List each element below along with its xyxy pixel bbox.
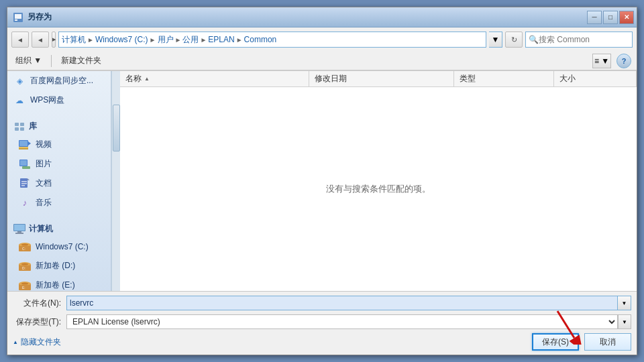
filename-row: 文件名(N): ▼ (13, 296, 631, 310)
minimize-button[interactable]: ─ (587, 11, 602, 24)
separator (51, 55, 52, 67)
drive-e-icon: E: (18, 280, 32, 291)
sidebar-docs-label: 文档 (36, 178, 52, 189)
sidebar-music-label: 音乐 (36, 197, 52, 208)
sidebar-item-baidu[interactable]: ◈ 百度网盘同步空... (7, 71, 111, 90)
address-dropdown[interactable]: ▼ (489, 32, 502, 48)
video-icon (18, 139, 32, 150)
empty-message: 没有与搜索条件匹配的项。 (326, 183, 431, 195)
sidebar-item-images[interactable]: 图片 (7, 154, 111, 174)
sidebar-item-video[interactable]: 视频 (7, 135, 111, 154)
dialog-icon (13, 12, 23, 23)
filetype-dropdown[interactable]: ▼ (618, 314, 631, 329)
col-size-label: 大小 (559, 73, 576, 84)
filename-dropdown[interactable]: ▼ (618, 296, 631, 310)
search-bar: 🔍 (525, 32, 633, 48)
content-area: ◈ 百度网盘同步空... ☁ WPS网盘 库 (7, 71, 637, 291)
folder-up-icon[interactable]: ▶ (52, 32, 56, 48)
breadcrumb-users[interactable]: 用户 (158, 34, 174, 46)
sidebar-scrollbar[interactable] (111, 71, 120, 291)
new-folder-button[interactable]: 新建文件夹 (58, 54, 104, 68)
organize-button[interactable]: 组织 ▼ (13, 54, 44, 68)
svg-rect-21 (14, 225, 25, 231)
drive-c-icon: C: (18, 241, 32, 252)
filename-input[interactable] (66, 296, 618, 310)
close-button[interactable]: ✕ (619, 11, 634, 24)
sidebar-drive-e-label: 新加卷 (E:) (36, 280, 75, 291)
back-button[interactable]: ◄ (11, 32, 29, 48)
cancel-button[interactable]: 取消 (584, 333, 631, 351)
toolbar-area: ◄ ◄ ▶ 计算机 ► Windows7 (C:) ► 用户 ► 公用 ► EP… (7, 27, 637, 71)
computer-section-label: 计算机 (29, 223, 53, 235)
breadcrumb-common[interactable]: Common (244, 35, 277, 44)
sidebar-images-label: 图片 (36, 158, 52, 170)
svg-rect-22 (17, 231, 21, 233)
col-date-label: 修改日期 (315, 73, 347, 84)
filetype-select[interactable]: EPLAN License (lservrc) (66, 314, 618, 329)
refresh-button[interactable]: ↻ (505, 32, 523, 48)
svg-text:E:: E: (22, 286, 25, 290)
sidebar: ◈ 百度网盘同步空... ☁ WPS网盘 库 (7, 71, 111, 291)
svg-rect-13 (20, 160, 27, 166)
filetype-row: 保存类型(T): EPLAN License (lservrc) ▼ (13, 314, 631, 329)
computer-icon (13, 224, 26, 235)
images-icon (18, 159, 32, 170)
baidu-icon: ◈ (13, 76, 26, 86)
svg-rect-18 (21, 183, 27, 184)
save-label: 保存(S) (542, 337, 569, 348)
svg-rect-14 (22, 166, 30, 169)
col-header-date[interactable]: 修改日期 (309, 71, 454, 86)
library-label: 库 (29, 121, 37, 132)
search-icon: 🔍 (529, 34, 539, 45)
sidebar-drive-d-label: 新加卷 (D:) (36, 260, 75, 272)
sidebar-item-windows7[interactable]: C: Windows7 (C:) (7, 237, 111, 256)
sidebar-item-drive-d[interactable]: D: 新加卷 (D:) (7, 256, 111, 276)
action-buttons: 保存(S) (532, 333, 631, 351)
svg-point-31 (21, 263, 28, 265)
triangle-icon: ▲ (13, 339, 18, 345)
search-input[interactable] (539, 35, 639, 44)
breadcrumb-windows7[interactable]: Windows7 (C:) (95, 35, 148, 44)
col-header-name[interactable]: 名称 ▲ (120, 71, 309, 86)
title-buttons: ─ □ ✕ (587, 11, 634, 24)
filename-label: 文件名(N): (13, 298, 66, 309)
view-icon: ≡ ▼ (594, 56, 609, 66)
library-icon (13, 121, 26, 132)
sidebar-item-docs[interactable]: 文档 (7, 174, 111, 193)
maximize-button[interactable]: □ (603, 11, 618, 24)
svg-rect-2 (15, 19, 17, 21)
toolbar-row: 组织 ▼ 新建文件夹 ≡ ▼ ? (7, 52, 637, 70)
breadcrumb-public[interactable]: 公用 (182, 34, 199, 46)
save-btn-container: 保存(S) (532, 333, 579, 351)
sidebar-wps-label: WPS网盘 (30, 95, 64, 106)
svg-rect-4 (20, 123, 24, 126)
svg-rect-8 (19, 141, 28, 146)
breadcrumb-computer[interactable]: 计算机 (62, 34, 86, 46)
save-as-dialog: 另存为 ─ □ ✕ ◄ ◄ ▶ 计算机 ► Windows7 (C:) ► 用户… (7, 7, 637, 355)
cancel-label: 取消 (600, 337, 616, 348)
sidebar-item-drive-e[interactable]: E: 新加卷 (E:) (7, 276, 111, 291)
view-button[interactable]: ≡ ▼ (592, 54, 611, 68)
save-button[interactable]: 保存(S) (532, 333, 579, 351)
sidebar-baidu-label: 百度网盘同步空... (30, 75, 93, 86)
col-header-size[interactable]: 大小 (554, 71, 637, 86)
title-bar: 另存为 ─ □ ✕ (7, 7, 637, 27)
hide-folders-button[interactable]: ▲ 隐藏文件夹 (13, 337, 61, 348)
col-header-type[interactable]: 类型 (454, 71, 554, 86)
bottom-buttons-row: ▲ 隐藏文件夹 保存(S) (13, 333, 631, 351)
hide-folders-label: 隐藏文件夹 (21, 337, 61, 348)
svg-marker-16 (28, 178, 30, 180)
back-button2[interactable]: ◄ (32, 32, 49, 48)
sidebar-item-wps[interactable]: ☁ WPS网盘 (7, 90, 111, 110)
sidebar-windows7-label: Windows7 (C:) (36, 242, 89, 251)
svg-rect-9 (19, 147, 28, 148)
filetype-label: 保存类型(T): (13, 316, 66, 328)
svg-point-26 (21, 244, 28, 246)
sidebar-scrollbar-thumb (113, 105, 120, 152)
breadcrumb-eplan[interactable]: EPLAN (208, 35, 234, 44)
help-button[interactable]: ? (616, 54, 631, 68)
address-bar: 计算机 ► Windows7 (C:) ► 用户 ► 公用 ► EPLAN ► … (58, 32, 486, 48)
svg-text:D:: D: (22, 266, 25, 270)
sidebar-item-music[interactable]: ♪ 音乐 (7, 193, 111, 213)
sort-arrow-icon: ▲ (144, 76, 150, 82)
